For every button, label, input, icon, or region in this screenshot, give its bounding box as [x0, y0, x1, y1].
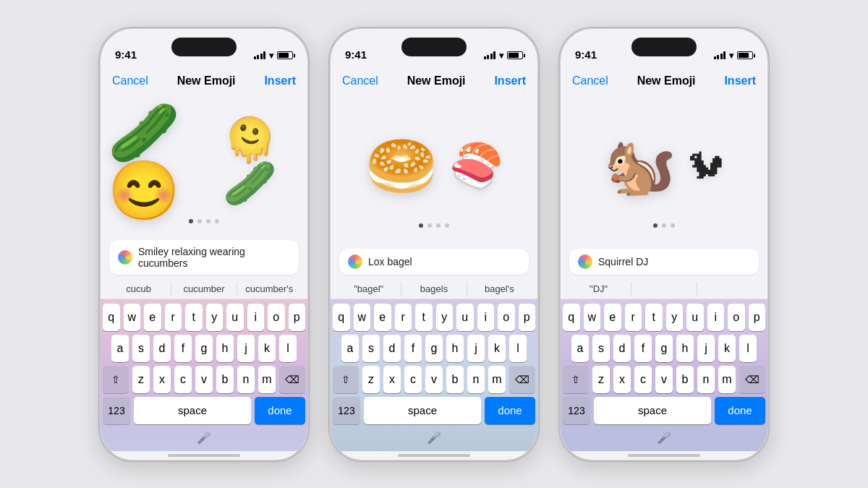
insert-button-3[interactable]: Insert: [724, 74, 756, 87]
autocomplete-2-3[interactable]: bagel's: [467, 282, 532, 296]
key-z-2[interactable]: z: [362, 366, 380, 393]
key-e-1[interactable]: e: [144, 304, 161, 331]
key-q-3[interactable]: q: [563, 304, 580, 331]
autocomplete-2-2[interactable]: bagels: [401, 282, 467, 296]
done-key-2[interactable]: done: [485, 397, 535, 424]
cancel-button-2[interactable]: Cancel: [342, 74, 378, 87]
emoji-primary-2[interactable]: 🥯: [365, 137, 438, 195]
delete-key-1[interactable]: ⌫: [279, 366, 305, 393]
cancel-button-3[interactable]: Cancel: [572, 74, 608, 87]
key-o-1[interactable]: o: [268, 304, 285, 331]
key-r-1[interactable]: r: [165, 304, 182, 331]
key-b-3[interactable]: b: [676, 366, 694, 393]
numbers-key-3[interactable]: 123: [563, 397, 590, 424]
autocomplete-1-3[interactable]: cucumber's: [237, 282, 302, 296]
key-u-2[interactable]: u: [456, 304, 474, 331]
key-n-1[interactable]: n: [237, 366, 255, 393]
key-p-1[interactable]: p: [289, 304, 306, 331]
key-z-1[interactable]: z: [132, 366, 150, 393]
key-q-1[interactable]: q: [103, 304, 120, 331]
key-v-1[interactable]: v: [195, 366, 213, 393]
key-g-3[interactable]: g: [655, 335, 673, 362]
autocomplete-2-1[interactable]: "bagel": [336, 282, 401, 296]
key-o-2[interactable]: o: [498, 304, 515, 331]
key-s-3[interactable]: s: [592, 335, 610, 362]
key-x-3[interactable]: x: [613, 366, 631, 393]
key-m-2[interactable]: m: [488, 366, 506, 393]
key-d-1[interactable]: d: [153, 335, 171, 362]
key-d-2[interactable]: d: [383, 335, 401, 362]
key-o-3[interactable]: o: [728, 304, 745, 331]
done-key-3[interactable]: done: [715, 397, 765, 424]
key-e-2[interactable]: e: [374, 304, 391, 331]
key-x-1[interactable]: x: [153, 366, 171, 393]
emoji-primary-1[interactable]: 🥒😊: [108, 104, 211, 220]
key-e-3[interactable]: e: [604, 304, 621, 331]
key-w-1[interactable]: w: [124, 304, 141, 331]
key-a-1[interactable]: a: [111, 335, 129, 362]
text-input-3[interactable]: Squirrel DJ: [569, 249, 759, 275]
key-m-3[interactable]: m: [718, 366, 736, 393]
key-f-3[interactable]: f: [634, 335, 652, 362]
autocomplete-3-3[interactable]: [697, 282, 762, 296]
key-w-3[interactable]: w: [584, 304, 601, 331]
key-d-3[interactable]: d: [613, 335, 631, 362]
cancel-button-1[interactable]: Cancel: [112, 74, 148, 87]
emoji-secondary-2[interactable]: 🍣: [449, 145, 503, 188]
autocomplete-1-2[interactable]: cucumber: [171, 282, 237, 296]
key-s-1[interactable]: s: [132, 335, 150, 362]
key-f-1[interactable]: f: [174, 335, 192, 362]
space-key-3[interactable]: space: [594, 397, 711, 424]
shift-key-1[interactable]: ⇧: [103, 366, 129, 393]
key-l-2[interactable]: l: [509, 335, 527, 362]
emoji-secondary-1[interactable]: 🫠🥒: [223, 119, 300, 205]
key-h-2[interactable]: h: [446, 335, 464, 362]
key-t-2[interactable]: t: [415, 304, 433, 331]
key-n-2[interactable]: n: [467, 366, 485, 393]
key-b-2[interactable]: b: [446, 366, 464, 393]
shift-key-3[interactable]: ⇧: [563, 366, 589, 393]
key-k-2[interactable]: k: [488, 335, 506, 362]
key-k-1[interactable]: k: [258, 335, 276, 362]
key-a-3[interactable]: a: [571, 335, 589, 362]
key-j-1[interactable]: j: [237, 335, 255, 362]
autocomplete-1-1[interactable]: cucub: [106, 282, 171, 296]
numbers-key-2[interactable]: 123: [333, 397, 360, 424]
done-key-1[interactable]: done: [255, 397, 305, 424]
shift-key-2[interactable]: ⇧: [333, 366, 359, 393]
key-k-3[interactable]: k: [718, 335, 736, 362]
key-i-2[interactable]: i: [477, 304, 495, 331]
delete-key-3[interactable]: ⌫: [739, 366, 765, 393]
key-u-1[interactable]: u: [226, 304, 244, 331]
key-c-2[interactable]: c: [404, 366, 422, 393]
key-p-3[interactable]: p: [749, 304, 766, 331]
key-i-3[interactable]: i: [707, 304, 725, 331]
key-b-1[interactable]: b: [216, 366, 234, 393]
key-i-1[interactable]: i: [247, 304, 265, 331]
key-j-2[interactable]: j: [467, 335, 485, 362]
emoji-primary-3[interactable]: 🐿️: [604, 137, 676, 195]
key-y-1[interactable]: y: [206, 304, 224, 331]
key-t-1[interactable]: t: [185, 304, 203, 331]
key-z-3[interactable]: z: [592, 366, 610, 393]
space-key-2[interactable]: space: [364, 397, 481, 424]
space-key-1[interactable]: space: [134, 397, 251, 424]
key-f-2[interactable]: f: [404, 335, 422, 362]
key-r-2[interactable]: r: [395, 304, 412, 331]
key-s-2[interactable]: s: [362, 335, 380, 362]
delete-key-2[interactable]: ⌫: [509, 366, 535, 393]
key-v-3[interactable]: v: [655, 366, 673, 393]
emoji-secondary-3[interactable]: 🐿: [688, 148, 724, 184]
key-n-3[interactable]: n: [697, 366, 715, 393]
key-m-1[interactable]: m: [258, 366, 276, 393]
insert-button-2[interactable]: Insert: [494, 74, 526, 87]
insert-button-1[interactable]: Insert: [264, 74, 296, 87]
key-l-1[interactable]: l: [279, 335, 297, 362]
key-v-2[interactable]: v: [425, 366, 443, 393]
key-a-2[interactable]: a: [341, 335, 359, 362]
key-g-2[interactable]: g: [425, 335, 443, 362]
numbers-key-1[interactable]: 123: [103, 397, 130, 424]
key-h-3[interactable]: h: [676, 335, 694, 362]
key-t-3[interactable]: t: [645, 304, 663, 331]
key-p-2[interactable]: p: [519, 304, 536, 331]
